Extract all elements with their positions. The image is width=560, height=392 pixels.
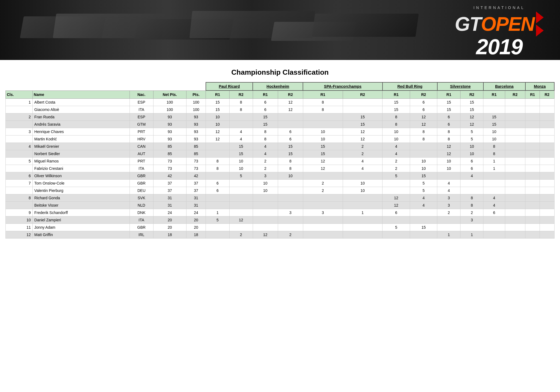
cell-hk1: 10 xyxy=(253,180,278,187)
cell-sil1: 8 xyxy=(437,135,460,143)
cell-pr2 xyxy=(229,180,253,187)
cell-mon2 xyxy=(540,128,554,135)
cell-cls: 12 xyxy=(6,231,33,239)
cell-rbr1: 12 xyxy=(383,194,410,202)
cell-name: Andrés Saravia xyxy=(32,121,130,128)
cell-rbr1: 8 xyxy=(383,121,410,128)
cell-net-pts: 93 xyxy=(153,128,186,135)
col-hk-r1: R1 xyxy=(253,91,278,99)
cell-spa2: 4 xyxy=(343,158,383,165)
cell-pr1: 5 xyxy=(206,216,229,224)
cell-hk2 xyxy=(278,187,303,194)
venue-red-bull-ring: Red Bull Ring xyxy=(383,82,437,91)
cell-name: Matt Griffin xyxy=(32,231,130,239)
cell-rbr1: 5 xyxy=(383,224,410,231)
cell-bar1: 6 xyxy=(483,209,505,216)
cell-rbr2: 12 xyxy=(410,121,437,128)
cell-bar2 xyxy=(505,216,525,224)
cell-bar1 xyxy=(483,224,505,231)
cell-pts: 85 xyxy=(186,143,206,150)
cell-mon2 xyxy=(540,135,554,143)
cell-pr2: 8 xyxy=(229,106,253,113)
table-row: 12Matt GriffinIRL1818212211 xyxy=(6,231,555,239)
cell-sil1 xyxy=(437,216,460,224)
cell-bar1: 4 xyxy=(483,202,505,209)
cell-mon1 xyxy=(525,150,540,158)
cell-sil2 xyxy=(460,180,483,187)
cell-bar1: 10 xyxy=(483,128,505,135)
cell-rbr1: 10 xyxy=(383,135,410,143)
cell-cls: 10 xyxy=(6,216,33,224)
cell-spa2: 10 xyxy=(343,187,383,194)
cell-nac: CAN xyxy=(130,143,153,150)
col-pr-r1: R1 xyxy=(206,91,229,99)
cell-sil1: 2 xyxy=(437,209,460,216)
cell-pr1: 12 xyxy=(206,128,229,135)
cell-cls xyxy=(6,150,33,158)
cell-spa1 xyxy=(303,194,343,202)
cell-bar2 xyxy=(505,99,525,106)
cell-spa1 xyxy=(303,231,343,239)
cell-nac: DEU xyxy=(130,187,153,194)
cell-hk1: 10 xyxy=(253,187,278,194)
venue-monza: Monza xyxy=(525,82,554,91)
cell-rbr1: 15 xyxy=(383,106,410,113)
cell-bar2 xyxy=(505,209,525,216)
cell-name: Beitske Visser xyxy=(32,202,130,209)
cell-hk2 xyxy=(278,180,303,187)
cell-nac: PRT xyxy=(130,158,153,165)
cell-pr1: 8 xyxy=(206,158,229,165)
cell-nac: GBR xyxy=(130,172,153,180)
table-row: 9Frederik SchandorffDNK242413316226 xyxy=(6,209,555,216)
cell-cls: 3 xyxy=(6,128,33,135)
cell-pr2: 4 xyxy=(229,135,253,143)
cell-bar2 xyxy=(505,158,525,165)
cell-pr2 xyxy=(229,121,253,128)
cell-spa2 xyxy=(343,216,383,224)
col-net-pts: Net Pts. xyxy=(153,91,186,99)
cell-pts: 31 xyxy=(186,194,206,202)
cell-pr1: 6 xyxy=(206,180,229,187)
cell-spa1 xyxy=(303,113,343,121)
cell-bar1: 10 xyxy=(483,135,505,143)
cell-name: Albert Costa xyxy=(32,99,130,106)
cell-net-pts: 18 xyxy=(153,231,186,239)
cell-pr2 xyxy=(229,202,253,209)
cell-mon1 xyxy=(525,202,540,209)
cell-cls: 7 xyxy=(6,180,33,187)
cell-sil2 xyxy=(460,224,483,231)
cell-nac: ITA xyxy=(130,216,153,224)
cell-bar2 xyxy=(505,165,525,172)
cell-bar1 xyxy=(483,180,505,187)
cell-mon1 xyxy=(525,113,540,121)
cell-pr2: 10 xyxy=(229,158,253,165)
cell-pts: 93 xyxy=(186,113,206,121)
cell-mon2 xyxy=(540,194,554,202)
cell-sil2: 12 xyxy=(460,113,483,121)
cell-mon1 xyxy=(525,128,540,135)
cell-bar1: 15 xyxy=(483,121,505,128)
cell-spa1 xyxy=(303,172,343,180)
cell-hk2: 8 xyxy=(278,165,303,172)
cell-pts: 100 xyxy=(186,99,206,106)
cell-rbr1: 12 xyxy=(383,202,410,209)
venue-hockenheim: Hockenheim xyxy=(253,82,303,91)
cell-name: Frederik Schandorff xyxy=(32,209,130,216)
cell-mon1 xyxy=(525,106,540,113)
cell-rbr2: 8 xyxy=(410,128,437,135)
cell-hk2 xyxy=(278,216,303,224)
cell-mon1 xyxy=(525,224,540,231)
cell-sil2: 4 xyxy=(460,172,483,180)
cell-spa2: 12 xyxy=(343,135,383,143)
cell-sil2 xyxy=(460,187,483,194)
cell-sil1 xyxy=(437,224,460,231)
table-row: 5Miguel RamosPRT7373810281242101061 xyxy=(6,158,555,165)
cell-spa1: 10 xyxy=(303,128,343,135)
table-container: Paul Ricard Hockenheim SPA-Francorchamps… xyxy=(0,82,560,249)
cell-pts: 37 xyxy=(186,180,206,187)
cell-sil1: 15 xyxy=(437,99,460,106)
cell-cls xyxy=(6,187,33,194)
col-pts: Pts. xyxy=(186,91,206,99)
cell-name: Giacomo Altoè xyxy=(32,106,130,113)
cell-mon1 xyxy=(525,216,540,224)
